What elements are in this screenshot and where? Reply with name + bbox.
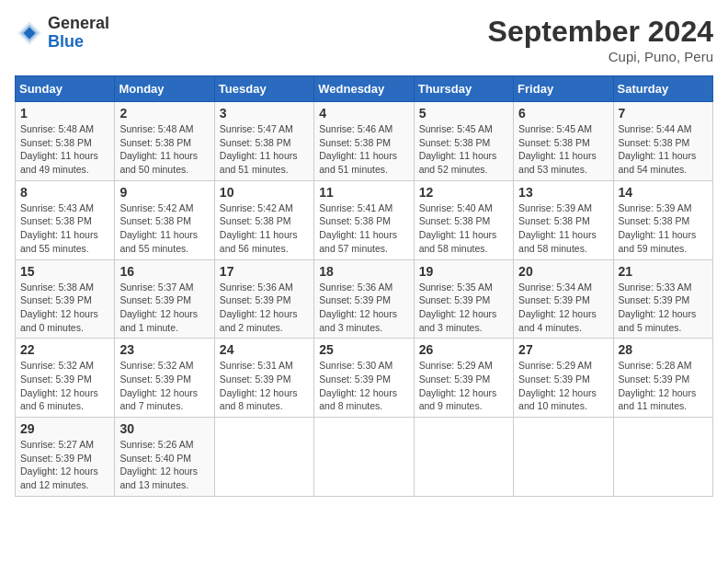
day-info: Sunrise: 5:34 AM Sunset: 5:39 PM Dayligh… — [518, 281, 608, 335]
daylight-label: Daylight: 12 hours and 10 minutes. — [518, 387, 597, 412]
daylight-label: Daylight: 12 hours and 6 minutes. — [20, 387, 98, 412]
sunrise-value: 5:38 AM — [58, 282, 94, 293]
daylight-label: Daylight: 12 hours and 5 minutes. — [619, 308, 697, 333]
calendar-cell: 13 Sunrise: 5:39 AM Sunset: 5:38 PM Dayl… — [514, 180, 613, 259]
sunrise-label: Sunrise: — [319, 123, 357, 134]
sunrise-value: 5:46 AM — [358, 123, 393, 134]
calendar-cell: 1 Sunrise: 5:48 AM Sunset: 5:38 PM Dayli… — [16, 102, 115, 181]
sunset-value: 5:39 PM — [554, 373, 590, 385]
day-info: Sunrise: 5:39 AM Sunset: 5:38 PM Dayligh… — [619, 201, 708, 256]
daylight-label: Daylight: 11 hours and 55 minutes. — [20, 229, 98, 254]
calendar-cell: 28 Sunrise: 5:28 AM Sunset: 5:39 PM Dayl… — [613, 339, 712, 418]
day-number: 9 — [119, 185, 209, 200]
day-info: Sunrise: 5:39 AM Sunset: 5:38 PM Dayligh… — [518, 201, 608, 256]
calendar-cell — [314, 418, 414, 497]
day-info: Sunrise: 5:36 AM Sunset: 5:39 PM Dayligh… — [220, 281, 309, 335]
sunrise-label: Sunrise: — [518, 360, 556, 371]
day-number: 18 — [319, 264, 408, 279]
calendar-header-row: SundayMondayTuesdayWednesdayThursdayFrid… — [16, 76, 713, 102]
daylight-label: Daylight: 12 hours and 9 minutes. — [419, 387, 497, 412]
calendar-cell: 9 Sunrise: 5:42 AM Sunset: 5:38 PM Dayli… — [115, 180, 214, 259]
day-number: 2 — [119, 106, 209, 121]
day-number: 19 — [419, 264, 508, 279]
day-info: Sunrise: 5:31 AM Sunset: 5:39 PM Dayligh… — [220, 359, 309, 413]
sunset-label: Sunset: — [20, 373, 56, 385]
calendar-cell — [214, 418, 313, 497]
calendar-cell: 3 Sunrise: 5:47 AM Sunset: 5:38 PM Dayli… — [214, 102, 313, 181]
calendar-cell: 12 Sunrise: 5:40 AM Sunset: 5:38 PM Dayl… — [414, 180, 513, 259]
sunset-label: Sunset: — [518, 294, 554, 305]
sunrise-value: 5:45 AM — [557, 123, 593, 134]
logo-text: General Blue — [48, 15, 109, 52]
sunrise-label: Sunrise: — [220, 123, 257, 134]
sunrise-value: 5:36 AM — [257, 282, 293, 293]
calendar-week-row: 15 Sunrise: 5:38 AM Sunset: 5:39 PM Dayl… — [16, 259, 713, 339]
sunrise-value: 5:37 AM — [158, 282, 194, 293]
day-number: 4 — [319, 106, 408, 121]
calendar-cell — [514, 418, 613, 497]
day-number: 14 — [619, 185, 708, 200]
sunset-label: Sunset: — [20, 453, 56, 464]
sunset-value: 5:38 PM — [454, 215, 490, 226]
sunset-label: Sunset: — [319, 294, 355, 305]
day-info: Sunrise: 5:45 AM Sunset: 5:38 PM Dayligh… — [518, 122, 608, 177]
daylight-label: Daylight: 12 hours and 13 minutes. — [119, 465, 198, 490]
sunrise-value: 5:43 AM — [58, 202, 94, 213]
header-tuesday: Tuesday — [214, 76, 313, 102]
sunset-value: 5:39 PM — [355, 294, 391, 305]
daylight-label: Daylight: 11 hours and 55 minutes. — [119, 229, 198, 254]
day-info: Sunrise: 5:30 AM Sunset: 5:39 PM Dayligh… — [319, 359, 408, 413]
sunrise-value: 5:39 AM — [557, 202, 593, 213]
sunrise-value: 5:48 AM — [58, 123, 94, 134]
calendar-cell: 4 Sunrise: 5:46 AM Sunset: 5:38 PM Dayli… — [314, 102, 414, 181]
calendar-cell: 25 Sunrise: 5:30 AM Sunset: 5:39 PM Dayl… — [314, 339, 414, 418]
daylight-label: Daylight: 11 hours and 56 minutes. — [220, 229, 298, 254]
daylight-label: Daylight: 11 hours and 58 minutes. — [419, 229, 497, 254]
day-info: Sunrise: 5:41 AM Sunset: 5:38 PM Dayligh… — [319, 201, 408, 256]
sunset-label: Sunset: — [619, 373, 654, 385]
sunset-label: Sunset: — [619, 215, 654, 226]
calendar-cell — [613, 418, 712, 497]
header-saturday: Saturday — [613, 76, 712, 102]
day-number: 27 — [518, 342, 608, 357]
sunrise-label: Sunrise: — [119, 123, 157, 134]
day-info: Sunrise: 5:29 AM Sunset: 5:39 PM Dayligh… — [518, 359, 608, 413]
daylight-label: Daylight: 12 hours and 4 minutes. — [518, 308, 597, 333]
sunrise-value: 5:32 AM — [158, 360, 194, 371]
sunset-label: Sunset: — [220, 294, 256, 305]
sunrise-value: 5:36 AM — [358, 282, 393, 293]
calendar-cell: 24 Sunrise: 5:31 AM Sunset: 5:39 PM Dayl… — [214, 339, 313, 418]
sunset-label: Sunset: — [119, 137, 155, 148]
day-info: Sunrise: 5:45 AM Sunset: 5:38 PM Dayligh… — [419, 122, 508, 177]
day-number: 10 — [220, 185, 309, 200]
calendar-cell: 19 Sunrise: 5:35 AM Sunset: 5:39 PM Dayl… — [414, 259, 513, 339]
sunset-label: Sunset: — [119, 215, 155, 226]
sunrise-label: Sunrise: — [20, 282, 58, 293]
header-friday: Friday — [514, 76, 613, 102]
sunset-label: Sunset: — [20, 215, 56, 226]
calendar-cell: 30 Sunrise: 5:26 AM Sunset: 5:40 PM Dayl… — [115, 418, 214, 497]
logo-line1: General — [48, 15, 109, 33]
sunset-label: Sunset: — [220, 215, 256, 226]
sunrise-value: 5:48 AM — [158, 123, 194, 134]
logo-icon — [15, 18, 44, 48]
daylight-label: Daylight: 12 hours and 8 minutes. — [220, 387, 298, 412]
sunrise-label: Sunrise: — [20, 360, 58, 371]
calendar-cell: 6 Sunrise: 5:45 AM Sunset: 5:38 PM Dayli… — [514, 102, 613, 181]
sunset-value: 5:39 PM — [554, 294, 590, 305]
sunrise-label: Sunrise: — [619, 360, 656, 371]
sunset-label: Sunset: — [220, 137, 256, 148]
daylight-label: Daylight: 12 hours and 2 minutes. — [220, 308, 298, 333]
sunset-label: Sunset: — [20, 137, 56, 148]
sunrise-label: Sunrise: — [220, 202, 257, 213]
daylight-label: Daylight: 12 hours and 3 minutes. — [419, 308, 497, 333]
sunset-label: Sunset: — [319, 137, 355, 148]
daylight-label: Daylight: 12 hours and 12 minutes. — [20, 465, 98, 490]
sunset-value: 5:38 PM — [355, 137, 391, 148]
daylight-label: Daylight: 11 hours and 57 minutes. — [319, 229, 397, 254]
daylight-label: Daylight: 12 hours and 0 minutes. — [20, 308, 98, 333]
day-number: 17 — [220, 264, 309, 279]
daylight-label: Daylight: 12 hours and 3 minutes. — [319, 308, 397, 333]
day-info: Sunrise: 5:28 AM Sunset: 5:39 PM Dayligh… — [619, 359, 708, 413]
calendar-cell: 26 Sunrise: 5:29 AM Sunset: 5:39 PM Dayl… — [414, 339, 513, 418]
